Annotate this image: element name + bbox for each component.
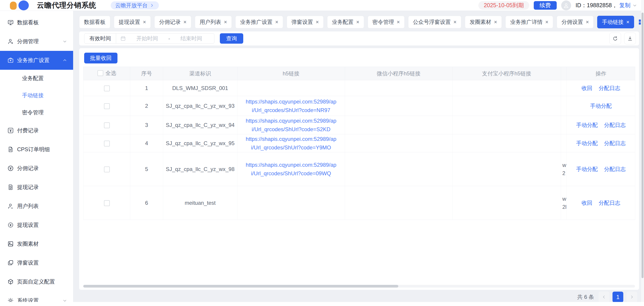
sidebar-subitem-manual-link[interactable]: 手动链接	[0, 87, 73, 104]
actions-cell: 收回分配日志	[567, 186, 635, 220]
close-icon[interactable]	[397, 19, 400, 25]
row-checkbox[interactable]	[104, 86, 110, 91]
zfb-link-cell	[452, 134, 561, 152]
sidebar-item-payment-records[interactable]: 付费记录	[0, 121, 73, 140]
op-link[interactable]: 分配日志	[604, 166, 626, 173]
close-icon[interactable]	[454, 19, 456, 25]
tab-password-mgmt[interactable]: 密令管理	[368, 16, 404, 28]
select-all-checkbox[interactable]	[98, 70, 103, 76]
actions-cell: 手动分配分配日志	[567, 134, 635, 152]
vertical-scrollbar-track[interactable]	[641, 0, 644, 302]
op-link[interactable]: 手动分配	[590, 102, 612, 110]
row-checkbox[interactable]	[104, 122, 110, 128]
col-h5-link: h5链接	[238, 67, 345, 80]
close-icon[interactable]	[626, 19, 629, 25]
sidebar-item-page-custom[interactable]: 页面自定义配置	[0, 272, 73, 291]
wx-link-cell	[345, 116, 452, 134]
tab-popup-settings[interactable]: 弹窗设置	[287, 16, 324, 28]
sidebar-item-label: 付费记录	[17, 127, 67, 134]
avatar[interactable]	[561, 0, 571, 10]
tab-manual-link[interactable]: 手动链接	[597, 16, 634, 28]
row-checkbox[interactable]	[104, 140, 110, 146]
op-link[interactable]: 手动分配	[576, 140, 598, 147]
close-icon[interactable]	[143, 19, 146, 25]
horizontal-scrollbar-thumb[interactable]	[83, 285, 398, 288]
close-icon[interactable]	[224, 19, 227, 25]
h5-link[interactable]: https://shapis.cqyunpei.com:52989/api/Ur…	[246, 136, 336, 150]
op-link[interactable]: 分配日志	[604, 122, 626, 129]
sidebar-subitem-password-mgmt[interactable]: 密令管理	[0, 104, 73, 121]
page-button-1[interactable]: 1	[612, 292, 623, 302]
download-button[interactable]	[624, 32, 636, 44]
sidebar-subitem-business-config[interactable]: 业务配置	[0, 70, 73, 87]
next-page-button[interactable]	[626, 292, 637, 302]
tab-user-list[interactable]: 用户列表	[195, 16, 232, 28]
tab-material[interactable]: 发圈素材	[465, 16, 502, 28]
sidebar-item-withdraw-records[interactable]: 提现记录	[0, 178, 73, 197]
start-date-input[interactable]	[128, 35, 166, 42]
horizontal-scrollbar-track[interactable]	[83, 285, 635, 288]
sidebar-item-material[interactable]: 发圈素材	[0, 234, 73, 253]
op-link[interactable]: 分配日志	[604, 140, 626, 147]
query-button[interactable]: 查询	[220, 33, 243, 44]
close-icon[interactable]	[586, 19, 589, 25]
close-icon[interactable]	[545, 19, 548, 25]
op-link[interactable]: 手动分配	[576, 166, 598, 173]
row-checkbox[interactable]	[104, 200, 110, 206]
h5-link[interactable]: https://shapis.cqyunpei.com:52989/api/Ur…	[246, 98, 336, 113]
close-icon[interactable]	[316, 19, 319, 25]
chevron-down-icon[interactable]	[632, 3, 637, 8]
gear-yen-icon	[7, 222, 14, 228]
close-icon[interactable]	[494, 19, 497, 25]
tab-commission-records[interactable]: 分佣记录	[154, 16, 191, 28]
tab-label: 提现设置	[118, 18, 140, 26]
tab-commission-settings[interactable]: 分佣设置	[557, 16, 594, 28]
sidebar-item-promo-settings[interactable]: 业务推广设置	[0, 51, 73, 70]
actions-cell: 手动分配分配日志	[567, 116, 635, 134]
renew-button[interactable]: 续费	[534, 1, 557, 10]
batch-recall-button[interactable]: 批量收回	[84, 53, 118, 64]
tab-business-config[interactable]: 业务配置	[327, 16, 364, 28]
vertical-scrollbar-thumb[interactable]	[642, 12, 644, 278]
tab-promo-settings[interactable]: 业务推广设置	[235, 16, 283, 28]
wx-link-cell	[345, 80, 452, 96]
close-icon[interactable]	[275, 19, 278, 25]
sidebar-item-cps-orders[interactable]: CPS订单明细	[0, 140, 73, 159]
op-link[interactable]: 手动分配	[576, 122, 598, 129]
op-link[interactable]: 收回	[582, 199, 592, 206]
close-icon[interactable]	[356, 19, 359, 25]
yen-circle-icon	[7, 165, 14, 172]
close-icon[interactable]	[184, 19, 186, 25]
filter-bar: 有效时间 - 查询	[79, 32, 639, 46]
chevron-down-icon	[62, 39, 67, 44]
prev-page-button[interactable]	[598, 292, 609, 302]
tab-withdraw-settings[interactable]: 提现设置	[114, 16, 151, 28]
chevron-left-icon	[602, 294, 606, 300]
sidebar-item-withdraw-settings[interactable]: 提现设置	[0, 216, 73, 234]
op-link[interactable]: 分配日志	[599, 84, 620, 92]
tab-label: 分佣设置	[562, 18, 583, 26]
table-row: 5 SJ_qz_cpa_llc_C_yz_wx_98 https://shapi…	[84, 152, 635, 186]
tab-dashboard[interactable]: 数据看板	[79, 16, 110, 28]
sidebar-item-user-list[interactable]: 用户列表	[0, 197, 73, 216]
sidebar-item-dashboard[interactable]: 数据看板	[0, 13, 73, 32]
h5-link[interactable]: https://shapis.cqyunpei.com:52989/api/Ur…	[246, 118, 336, 132]
tab-official-float[interactable]: 公众号浮窗设置	[408, 16, 461, 28]
sidebar-item-commission-mgmt[interactable]: 分佣管理	[0, 32, 73, 51]
row-checkbox[interactable]	[104, 103, 110, 109]
total-count: 共 6 条	[577, 294, 594, 300]
sidebar-item-commission-records[interactable]: 分佣记录	[0, 159, 73, 178]
op-link[interactable]: 分配日志	[599, 199, 620, 206]
copy-id-link[interactable]: 复制	[619, 2, 630, 9]
open-platform-link[interactable]: 云瞻开放平台	[111, 1, 159, 10]
platform-tag-label: 云瞻开放平台	[115, 2, 148, 9]
refresh-button[interactable]	[609, 32, 621, 44]
op-link[interactable]: 收回	[582, 84, 592, 92]
h5-link[interactable]: https://shapis.cqyunpei.com:52989/api/Ur…	[246, 162, 336, 176]
row-checkbox[interactable]	[104, 166, 110, 172]
app-title: 云瞻代理分销系统	[37, 0, 96, 10]
h5-link-cell: https://shapis.cqyunpei.com:52989/api/Ur…	[238, 116, 345, 134]
tab-promo-detail[interactable]: 业务推广详情	[506, 16, 553, 28]
end-date-input[interactable]	[172, 35, 210, 42]
sidebar-item-popup-settings[interactable]: 弹窗设置	[0, 253, 73, 272]
